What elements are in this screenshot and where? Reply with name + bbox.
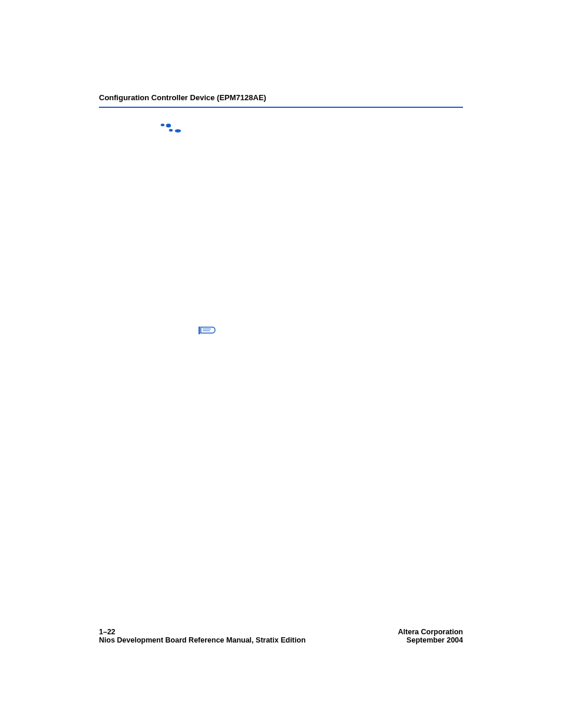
pointer-hand-icon [157,120,184,134]
svg-point-0 [161,124,164,126]
footer-left: 1–22 Nios Development Board Reference Ma… [99,628,306,644]
svg-point-3 [175,129,181,133]
header-rule [99,107,463,108]
manual-title: Nios Development Board Reference Manual,… [99,636,306,644]
svg-rect-4 [199,327,200,334]
page-number: 1–22 [99,628,306,636]
svg-point-1 [166,124,171,127]
company-name: Altera Corporation [398,628,463,636]
svg-point-2 [169,129,173,131]
publication-date: September 2004 [398,636,463,644]
note-hand-icon [198,325,216,336]
page-footer: 1–22 Nios Development Board Reference Ma… [99,628,463,644]
document-page: Configuration Controller Device (EPM7128… [0,0,562,728]
running-header-title: Configuration Controller Device (EPM7128… [99,93,463,102]
footer-right: Altera Corporation September 2004 [398,628,463,644]
page-header: Configuration Controller Device (EPM7128… [99,93,463,108]
